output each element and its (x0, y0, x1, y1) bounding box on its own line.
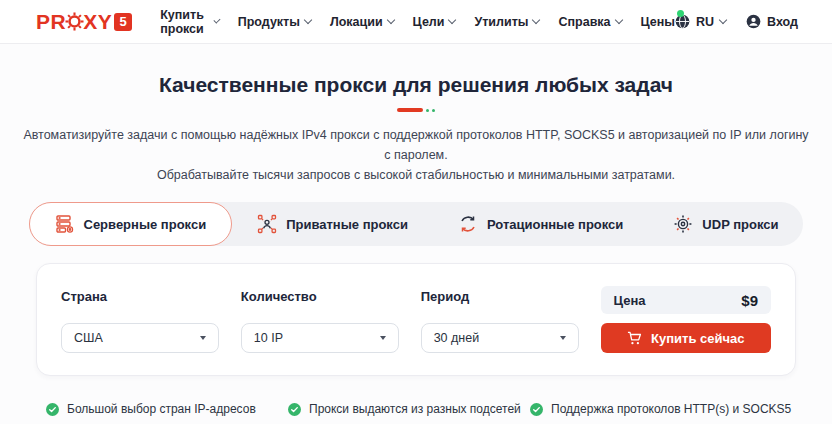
list-item: Поддержка протоколов HTTP(s) и SOCKS5 (530, 402, 832, 416)
login-link[interactable]: Вход (746, 14, 798, 29)
buy-now-button[interactable]: Купить сейчас (601, 323, 771, 353)
tab-label: Приватные прокси (286, 217, 408, 232)
period-select[interactable]: 30 дней (421, 323, 579, 353)
period-field: Период 30 дней (421, 286, 579, 353)
period-value: 30 дней (434, 331, 480, 345)
page-title: Качественные прокси для решения любых за… (0, 73, 832, 97)
tab-label: Серверные прокси (84, 217, 207, 232)
chevron-down-icon (532, 16, 540, 24)
country-value: США (74, 331, 103, 345)
price-value: $9 (741, 292, 758, 309)
user-icon (746, 14, 761, 29)
list-item: Прокси выдаются из разных подсетей (288, 402, 530, 416)
header-actions: RU Вход (675, 14, 798, 29)
hero-description-line2: Обрабатывайте тысячи запросов с высокой … (21, 165, 811, 185)
brand-logo[interactable]: PR XY 5 (36, 10, 132, 34)
list-item: Большой выбор стран IP-адресов (46, 402, 288, 416)
caret-down-icon (200, 336, 206, 340)
check-circle-icon (288, 403, 301, 416)
new-badge-dot (677, 10, 684, 17)
nav-item-pricing[interactable]: Цены (641, 15, 675, 29)
server-icon (55, 214, 75, 234)
logo-text-post: XY (83, 10, 112, 34)
country-select[interactable]: США (61, 323, 219, 353)
caret-down-icon (560, 336, 566, 340)
tab-label: UDP прокси (702, 217, 778, 232)
chevron-down-icon (304, 16, 312, 24)
tab-server-proxy[interactable]: Серверные прокси (29, 202, 233, 246)
proxy-type-tabs: Серверные прокси Пр (29, 202, 804, 246)
order-form-card: Страна США Количество 10 IP Период 30 дн… (36, 263, 796, 376)
title-divider (0, 108, 832, 112)
tab-udp-proxy[interactable]: UDP прокси (648, 202, 803, 246)
chevron-down-icon (213, 17, 220, 24)
quantity-field: Количество 10 IP (241, 286, 399, 353)
login-label: Вход (767, 15, 798, 29)
period-label: Период (421, 286, 579, 304)
caret-down-icon (380, 336, 386, 340)
hero-description-line1: Автоматизируйте задачи с помощью надёжны… (21, 125, 811, 165)
price-box: Цена $9 (601, 286, 771, 314)
country-field: Страна США (61, 286, 219, 353)
nav-item-goals[interactable]: Цели (413, 15, 456, 29)
cart-icon (627, 331, 642, 346)
language-switcher[interactable]: RU (675, 14, 726, 29)
nav-item-buy-proxy[interactable]: Купить прокси (160, 8, 219, 36)
main-nav: Купить прокси Продукты Локации Цели Утил… (160, 8, 675, 36)
price-column: Цена $9 Купить сейчас (601, 286, 771, 353)
price-label: Цена (614, 293, 646, 308)
feature-list: Большой выбор стран IP-адресов Статическ… (46, 402, 832, 424)
nav-item-products[interactable]: Продукты (238, 15, 311, 29)
check-circle-icon (530, 403, 543, 416)
tab-label: Ротационные прокси (487, 217, 623, 232)
nav-item-help[interactable]: Справка (558, 15, 621, 29)
chevron-down-icon (719, 16, 727, 24)
nav-item-utilities[interactable]: Утилиты (474, 15, 539, 29)
tab-rotating-proxy[interactable]: Ротационные прокси (433, 202, 648, 246)
logo-badge-5: 5 (114, 13, 132, 31)
rotation-arrows-icon (458, 214, 478, 234)
quantity-label: Количество (241, 286, 399, 304)
gear-icon (65, 12, 84, 31)
quantity-value: 10 IP (254, 331, 283, 345)
chevron-down-icon (448, 16, 456, 24)
buy-now-label: Купить сейчас (651, 331, 744, 346)
logo-text-pre: PR (36, 10, 66, 34)
private-network-icon (257, 214, 277, 234)
check-circle-icon (46, 403, 59, 416)
top-navbar: PR XY 5 Купить (0, 0, 832, 44)
quantity-select[interactable]: 10 IP (241, 323, 399, 353)
nav-item-locations[interactable]: Локации (330, 15, 394, 29)
language-label: RU (696, 15, 714, 29)
hero-description: Автоматизируйте задачи с помощью надёжны… (21, 125, 811, 185)
gear-icon (673, 214, 693, 234)
chevron-down-icon (614, 16, 622, 24)
tab-private-proxy[interactable]: Приватные прокси (232, 202, 433, 246)
country-label: Страна (61, 286, 219, 304)
chevron-down-icon (386, 16, 394, 24)
